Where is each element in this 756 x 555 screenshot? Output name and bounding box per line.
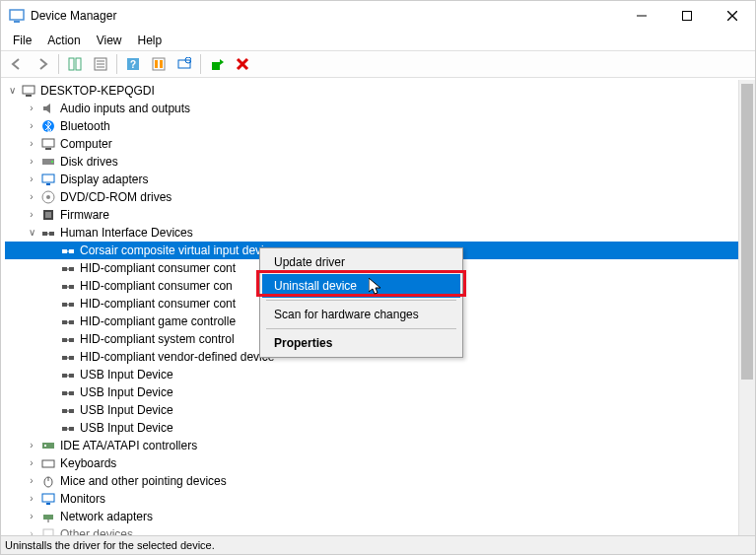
toolbar-separator (200, 54, 201, 74)
category-label: Disk drives (60, 153, 118, 171)
expand-icon[interactable]: › (25, 100, 38, 117)
category-label: DVD/CD-ROM drives (60, 188, 172, 206)
svg-rect-68 (62, 427, 67, 431)
update-driver-button[interactable] (205, 52, 229, 76)
svg-rect-72 (44, 445, 46, 447)
tree-category[interactable]: ›IDE ATA/ATAPI controllers (5, 437, 755, 454)
other-icon (40, 526, 56, 535)
device-label: HID-compliant vendor-defined device (80, 348, 274, 366)
tree-category[interactable]: ›Disk drives (5, 153, 755, 171)
tree-category[interactable]: ›Firmware (5, 206, 755, 224)
device-label: HID-compliant consumer con (80, 277, 233, 295)
status-bar: Uninstalls the driver for the selected d… (1, 535, 755, 554)
tree-category[interactable]: ›Monitors (5, 490, 755, 508)
svg-rect-22 (23, 86, 34, 94)
display-icon (40, 172, 56, 187)
svg-rect-44 (62, 285, 67, 289)
svg-rect-14 (153, 58, 165, 70)
context-item-update-driver[interactable]: Update driver (262, 250, 460, 274)
expand-icon[interactable]: › (25, 117, 38, 135)
tree-category[interactable]: ›Bluetooth (5, 117, 755, 135)
tree-category-expanded[interactable]: ∨Human Interface Devices (5, 224, 755, 242)
expand-icon[interactable]: › (25, 454, 38, 472)
uninstall-button[interactable] (231, 52, 254, 76)
expand-icon[interactable]: › (25, 188, 38, 206)
svg-rect-0 (10, 10, 24, 20)
root-label: DESKTOP-KEPQGDI (40, 82, 155, 100)
device-label: HID-compliant game controlle (80, 312, 236, 330)
tree-category[interactable]: ›DVD/CD-ROM drives (5, 188, 755, 206)
svg-rect-41 (62, 267, 67, 271)
disk-icon (40, 154, 56, 170)
expand-icon[interactable]: › (25, 206, 38, 224)
category-label: Keyboards (60, 454, 116, 472)
context-item-properties[interactable]: Properties (262, 331, 460, 355)
expand-icon[interactable]: › (25, 437, 38, 454)
tree-device[interactable]: ·USB Input Device (5, 366, 755, 383)
dvd-icon (40, 189, 56, 205)
collapse-icon[interactable]: ∨ (5, 82, 19, 100)
computer-icon (40, 136, 56, 152)
svg-point-28 (51, 161, 53, 163)
close-button[interactable] (710, 1, 755, 31)
tree-device[interactable]: ·USB Input Device (5, 401, 755, 419)
context-item-scan-hardware[interactable]: Scan for hardware changes (262, 303, 460, 326)
category-label: Bluetooth (60, 117, 110, 135)
tree-category[interactable]: ›Audio inputs and outputs (5, 100, 755, 117)
svg-rect-48 (69, 303, 74, 307)
svg-rect-59 (62, 374, 67, 378)
expand-icon[interactable]: › (25, 171, 38, 188)
category-label: Monitors (60, 490, 105, 508)
expand-icon[interactable]: › (25, 490, 38, 508)
scan-hardware-button[interactable] (172, 52, 196, 76)
tree-category[interactable]: ›Mice and other pointing devices (5, 472, 755, 490)
help-button[interactable]: ? (121, 52, 145, 76)
svg-rect-6 (69, 58, 74, 70)
menu-file[interactable]: File (5, 32, 39, 49)
svg-rect-65 (62, 409, 67, 413)
mouse-icon (40, 473, 56, 489)
context-item-uninstall-device[interactable]: Uninstall device (262, 274, 460, 298)
back-button[interactable] (5, 52, 29, 76)
tree-category[interactable]: ›Keyboards (5, 454, 755, 472)
computer-icon (21, 83, 36, 99)
tree-device[interactable]: ·USB Input Device (5, 419, 755, 437)
menu-view[interactable]: View (89, 32, 130, 49)
expand-icon[interactable]: › (25, 525, 38, 535)
minimize-button[interactable] (619, 1, 664, 31)
tree-root[interactable]: ∨ DESKTOP-KEPQGDI (5, 82, 755, 100)
collapse-icon[interactable]: ∨ (25, 224, 38, 242)
toolbar-separator (116, 54, 117, 74)
expand-icon[interactable]: › (25, 135, 38, 153)
toolbar: ? (1, 50, 755, 78)
svg-rect-7 (76, 58, 81, 70)
svg-rect-77 (42, 494, 54, 502)
maximize-button[interactable] (664, 1, 710, 31)
firmware-icon (40, 207, 56, 223)
menu-help[interactable]: Help (130, 32, 171, 49)
hid-icon (60, 296, 76, 312)
device-label: Corsair composite virtual input device (80, 242, 276, 259)
scroll-thumb[interactable] (741, 84, 753, 380)
tree-category[interactable]: ›Computer (5, 135, 755, 153)
forward-button[interactable] (31, 52, 54, 76)
menu-action[interactable]: Action (39, 32, 88, 49)
svg-rect-23 (26, 95, 32, 97)
tree-device[interactable]: ·USB Input Device (5, 383, 755, 401)
tree-category[interactable]: ›Network adapters (5, 508, 755, 525)
device-label: USB Input Device (80, 419, 173, 437)
expand-icon[interactable]: › (25, 153, 38, 171)
show-hide-console-button[interactable] (63, 52, 87, 76)
svg-rect-57 (69, 356, 74, 360)
category-label: Mice and other pointing devices (60, 472, 227, 490)
svg-rect-73 (42, 460, 54, 467)
expand-icon[interactable]: › (25, 508, 38, 525)
svg-rect-62 (62, 391, 67, 395)
expand-icon[interactable]: › (25, 472, 38, 490)
tree-category[interactable]: ›Display adapters (5, 171, 755, 188)
vertical-scrollbar[interactable] (738, 80, 755, 535)
action-button[interactable] (147, 52, 171, 76)
tree-category[interactable]: ›Other devices (5, 525, 755, 535)
properties-button[interactable] (89, 52, 112, 76)
context-separator (266, 328, 456, 329)
